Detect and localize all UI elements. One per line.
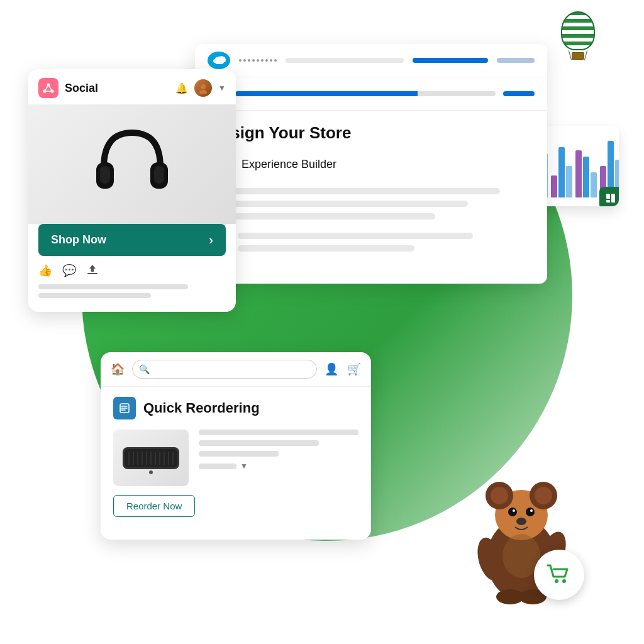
svg-point-6 <box>201 84 206 89</box>
bar-blue <box>558 147 565 197</box>
product-image <box>28 104 236 224</box>
social-actions: 👍 💬 <box>28 256 236 279</box>
svg-point-51 <box>516 518 526 525</box>
design-your-store-title: Design Your Store <box>210 123 532 143</box>
svg-rect-11 <box>154 166 164 184</box>
dropdown-indicator <box>199 464 236 469</box>
balloon-rope-right <box>584 50 587 60</box>
search-icon: 🔍 <box>139 364 150 374</box>
balloon-decoration <box>556 11 600 68</box>
crm-content: Design Your Store Experience Builder <box>195 111 547 265</box>
crm-panel: Design Your Store Experience Builder <box>195 44 547 284</box>
svg-line-4 <box>48 85 52 91</box>
svg-point-7 <box>199 90 207 94</box>
comment-icon[interactable]: 💬 <box>62 264 76 279</box>
bar-purple <box>575 150 582 197</box>
dropdown-row: ▼ <box>199 462 358 470</box>
svg-point-25 <box>121 408 122 409</box>
reorder-card: 🏠 🔍 👤 🛒 Quick Reordering <box>101 352 371 540</box>
chevron-down-icon[interactable]: ▼ <box>240 462 248 470</box>
content-line <box>238 233 473 239</box>
reorder-product-row: ▼ <box>113 430 358 486</box>
like-icon[interactable]: 👍 <box>38 264 52 279</box>
active-tab-highlight <box>413 58 488 63</box>
crm-secondary-bar <box>195 77 547 111</box>
content-line <box>238 245 414 252</box>
speaker-illustration <box>119 438 182 479</box>
text-line <box>38 293 151 298</box>
product-line <box>199 440 319 446</box>
reorder-topbar: 🏠 🔍 👤 🛒 <box>101 352 371 387</box>
bell-icon[interactable]: 🔔 <box>175 82 188 94</box>
user-icon[interactable]: 👤 <box>325 362 338 376</box>
crm-search-bar[interactable] <box>286 58 404 63</box>
svg-point-24 <box>121 406 122 407</box>
secondary-bar <box>503 91 535 96</box>
avatar[interactable] <box>194 79 212 97</box>
social-card: Social 🔔 ▼ Shop Now › <box>28 69 236 312</box>
balloon-body <box>561 11 595 50</box>
balloon-basket <box>572 52 584 60</box>
svg-point-50 <box>530 509 533 512</box>
speaker-image <box>113 430 189 486</box>
shop-now-button[interactable]: Shop Now › <box>38 224 226 256</box>
progress-bar <box>235 91 496 96</box>
content-line <box>210 201 468 207</box>
experience-builder-row[interactable]: Experience Builder <box>210 153 532 175</box>
svg-point-47 <box>508 508 517 516</box>
svg-point-26 <box>121 409 122 411</box>
bar-group <box>551 147 572 197</box>
content-lines <box>210 188 532 219</box>
shop-now-label: Shop Now <box>51 233 106 247</box>
svg-line-3 <box>45 85 48 91</box>
home-icon[interactable]: 🏠 <box>111 362 125 376</box>
reorder-topbar-icons: 👤 🛒 <box>325 362 361 376</box>
social-text-lines <box>28 279 236 298</box>
search-bar[interactable]: 🔍 <box>132 360 317 379</box>
bar-purple <box>551 175 557 197</box>
svg-point-58 <box>562 579 566 583</box>
social-logo-icon <box>38 78 58 98</box>
content-line <box>210 188 500 194</box>
svg-rect-21 <box>606 200 610 203</box>
reorder-content: Quick Reordering <box>101 387 371 527</box>
social-title: Social <box>65 82 98 95</box>
svg-point-57 <box>555 579 558 583</box>
svg-rect-12 <box>87 273 97 274</box>
app-launcher-icon[interactable] <box>239 59 277 62</box>
svg-point-46 <box>535 487 552 504</box>
cart-icon[interactable]: 🛒 <box>347 362 361 376</box>
crm-extra-lines <box>238 233 532 252</box>
text-line <box>38 284 188 289</box>
svg-point-48 <box>526 508 535 516</box>
share-icon[interactable] <box>86 264 99 279</box>
salesforce-cloud-icon <box>208 52 230 69</box>
bar-group <box>575 150 597 197</box>
product-line <box>199 430 358 435</box>
social-card-header: Social 🔔 ▼ <box>28 69 236 104</box>
experience-builder-label: Experience Builder <box>242 158 336 171</box>
svg-rect-10 <box>100 166 110 184</box>
reorder-now-button[interactable]: Reorder Now <box>113 495 195 517</box>
product-line <box>199 451 279 457</box>
product-info: ▼ <box>199 430 358 470</box>
content-line <box>210 213 435 219</box>
crm-icon-row <box>210 232 532 252</box>
crm-topbar <box>195 44 547 77</box>
bar-blue <box>583 157 589 197</box>
shopping-cart-icon <box>545 560 574 589</box>
svg-point-40 <box>149 470 153 474</box>
tab-highlight <box>497 58 535 63</box>
cart-badge <box>534 550 584 600</box>
reorder-header-row: Quick Reordering <box>113 397 358 419</box>
social-header-icons: 🔔 ▼ <box>175 79 226 97</box>
svg-point-44 <box>491 487 508 504</box>
bar-light-blue <box>566 166 572 197</box>
bar-light-blue <box>591 172 597 197</box>
chevron-down-icon[interactable]: ▼ <box>218 84 226 92</box>
chart-feature-icon <box>599 187 619 206</box>
svg-point-49 <box>513 509 515 512</box>
svg-rect-20 <box>611 194 615 203</box>
arrow-icon: › <box>209 233 213 247</box>
reorder-title: Quick Reordering <box>143 400 260 416</box>
